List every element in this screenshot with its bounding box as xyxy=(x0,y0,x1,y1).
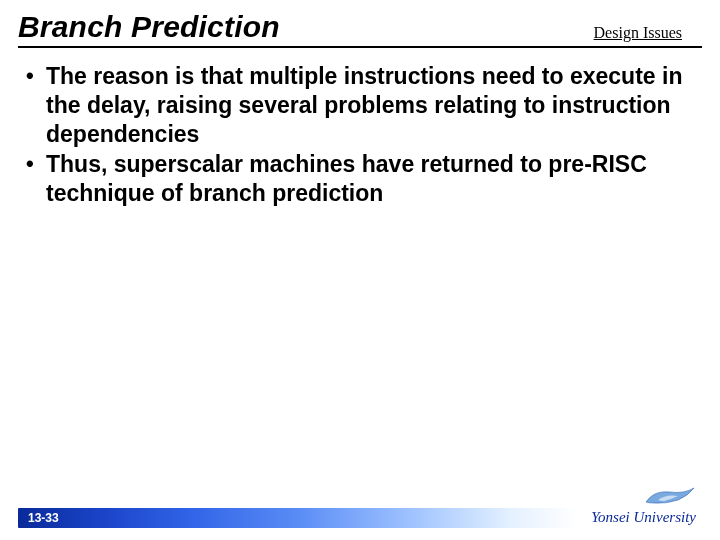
slide-subtitle: Design Issues xyxy=(594,24,702,44)
slide-content: The reason is that multiple instructions… xyxy=(18,62,702,208)
bullet-list: The reason is that multiple instructions… xyxy=(24,62,698,208)
footer-gradient-bar xyxy=(18,508,578,528)
eagle-logo-icon xyxy=(644,486,696,508)
slide-footer: 13-33 Yonsei University xyxy=(0,500,720,528)
university-name: Yonsei University xyxy=(591,509,696,526)
slide-header: Branch Prediction Design Issues xyxy=(18,10,702,48)
slide: Branch Prediction Design Issues The reas… xyxy=(0,0,720,540)
bullet-item: The reason is that multiple instructions… xyxy=(24,62,698,148)
slide-title: Branch Prediction xyxy=(18,10,280,44)
page-number: 13-33 xyxy=(28,511,59,525)
bullet-item: Thus, superscalar machines have returned… xyxy=(24,150,698,208)
